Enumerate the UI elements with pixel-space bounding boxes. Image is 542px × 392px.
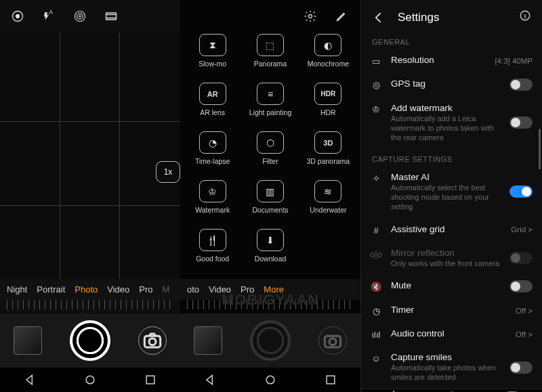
row-mute[interactable]: 🔇 Mute xyxy=(361,274,542,299)
mode-time-lapse[interactable]: ◔Time-lapse xyxy=(186,131,239,177)
row-add-watermark[interactable]: ♔ Add watermark Automatically add a Leic… xyxy=(361,97,542,148)
mode-label: Filter xyxy=(262,157,278,165)
nav-back-icon[interactable] xyxy=(203,373,217,387)
panorama-icon: ⬚ xyxy=(257,34,284,56)
color-mode-icon[interactable] xyxy=(73,9,87,23)
row-capture-smiles[interactable]: ☺ Capture smiles Automatically take phot… xyxy=(361,346,542,389)
mode-pro[interactable]: Pro xyxy=(241,284,254,295)
mode-label: Monochrome xyxy=(308,60,349,68)
back-arrow-icon[interactable] xyxy=(372,11,385,24)
mode-ruler xyxy=(187,300,354,309)
svg-point-7 xyxy=(149,339,156,345)
toggle-smiles[interactable] xyxy=(509,362,533,374)
svg-point-1 xyxy=(16,15,20,18)
mode-label: Light painting xyxy=(249,108,291,116)
mono-icon: ◐ xyxy=(314,34,341,56)
nav-back-icon[interactable] xyxy=(23,373,37,387)
row-desc: Automatically select the best shooting m… xyxy=(391,183,501,211)
viewfinder[interactable]: 1x xyxy=(0,32,180,279)
audio-icon: ılıl xyxy=(369,328,383,340)
mode-panorama[interactable]: ⬚Panorama xyxy=(243,34,297,80)
android-nav-bar xyxy=(0,368,180,392)
mode-video[interactable]: Video xyxy=(107,284,129,295)
row-master-ai[interactable]: ✧ Master AI Automatically select the bes… xyxy=(361,166,542,217)
mode-selector-mid[interactable]: oto Video Pro More xyxy=(180,279,360,300)
flash-icon[interactable]: A xyxy=(42,9,56,23)
mode-label: Time-lapse xyxy=(195,157,230,165)
mirror-icon: o|o xyxy=(369,248,383,259)
toggle-gps[interactable] xyxy=(509,79,533,91)
nav-home-icon[interactable] xyxy=(83,373,97,387)
row-assistive-grid[interactable]: # Assistive grid Grid > xyxy=(361,218,542,242)
edit-pencil-icon[interactable] xyxy=(335,9,348,23)
mode-label: Download xyxy=(255,255,287,263)
settings-panel: Settings GENERAL ▭ Resolution [4:3] 40MP… xyxy=(360,0,542,392)
mode-label: Documents xyxy=(252,206,288,214)
documents-icon: ▥ xyxy=(257,180,284,202)
mode-filter[interactable]: ⬡Filter xyxy=(243,131,297,177)
row-value: [4:3] 40MP xyxy=(495,57,533,65)
scrollbar-indicator[interactable] xyxy=(539,129,541,169)
row-mirror-reflection: o|o Mirror reflection Only works with th… xyxy=(361,242,542,275)
underwater-icon: ≋ xyxy=(314,180,341,202)
gallery-thumbnail[interactable] xyxy=(194,326,222,355)
toggle-mute[interactable] xyxy=(509,280,533,292)
section-capture: CAPTURE SETTINGS xyxy=(361,148,542,166)
switch-camera-button[interactable] xyxy=(138,326,167,355)
mode-underwater[interactable]: ≋Underwater xyxy=(301,180,355,226)
svg-rect-5 xyxy=(106,13,117,20)
zoom-level-button[interactable]: 1x xyxy=(156,161,180,183)
row-audio-control[interactable]: ılıl Audio control Off > xyxy=(361,322,542,346)
mode-night[interactable]: Night xyxy=(7,284,27,295)
mode-portrait[interactable]: Portrait xyxy=(37,284,65,295)
nav-recents-icon[interactable] xyxy=(505,389,519,392)
mode-download[interactable]: ⬇Download xyxy=(243,229,297,275)
mode-frag[interactable]: oto xyxy=(187,284,199,295)
settings-title: Settings xyxy=(398,11,439,24)
mode-slow-mo[interactable]: ⧗Slow-mo xyxy=(186,34,239,80)
mode-label: HDR xyxy=(320,108,336,116)
mode-watermark[interactable]: ♔Watermark xyxy=(186,180,239,226)
mode-good-food[interactable]: 🍴Good food xyxy=(186,229,239,275)
toggle-master-ai[interactable] xyxy=(509,186,533,198)
toggle-watermark[interactable] xyxy=(509,116,533,129)
nav-back-icon[interactable] xyxy=(385,389,398,392)
settings-gear-icon[interactable] xyxy=(304,9,317,23)
watermark-icon: ♔ xyxy=(369,103,383,114)
film-icon[interactable] xyxy=(104,9,118,23)
mode-documents[interactable]: ▥Documents xyxy=(243,180,297,226)
mode-light-painting[interactable]: ≡Light painting xyxy=(243,83,297,129)
svg-point-13 xyxy=(266,376,274,384)
row-title: Capture smiles xyxy=(391,352,501,362)
download-icon: ⬇ xyxy=(257,229,284,251)
row-timer[interactable]: ◷ Timer Off > xyxy=(361,299,542,322)
mode-ar-lens[interactable]: ARAR lens xyxy=(186,83,239,129)
metering-icon[interactable] xyxy=(11,9,24,23)
row-title: Resolution xyxy=(391,55,486,65)
mute-icon: 🔇 xyxy=(369,280,383,292)
mode-pro[interactable]: Pro xyxy=(139,284,152,295)
switch-camera-button[interactable] xyxy=(318,326,347,355)
row-gps-tag[interactable]: ◎ GPS tag xyxy=(361,72,542,97)
row-title: Mute xyxy=(391,280,501,290)
mode-video[interactable]: Video xyxy=(209,284,231,295)
nav-recents-icon[interactable] xyxy=(324,373,337,387)
svg-point-4 xyxy=(79,16,81,18)
resolution-icon: ▭ xyxy=(369,55,383,66)
nav-home-icon[interactable] xyxy=(445,389,459,392)
shutter-button[interactable] xyxy=(70,320,110,361)
row-title: Master AI xyxy=(391,172,501,182)
more-top-toolbar xyxy=(180,0,360,27)
mode-more[interactable]: More xyxy=(264,284,284,295)
row-title: GPS tag xyxy=(391,79,501,89)
nav-home-icon[interactable] xyxy=(264,373,277,387)
mode-selector-left[interactable]: Night Portrait Photo Video Pro M xyxy=(0,279,180,300)
mode-3d-panorama[interactable]: 3D3D panorama xyxy=(301,131,355,177)
mode-photo[interactable]: Photo xyxy=(75,284,98,295)
nav-recents-icon[interactable] xyxy=(144,373,157,387)
mode-hdr[interactable]: HDRHDR xyxy=(301,83,355,129)
svg-point-3 xyxy=(77,14,83,19)
gallery-thumbnail[interactable] xyxy=(14,326,42,355)
mode-monochrome[interactable]: ◐Monochrome xyxy=(301,34,355,80)
row-resolution[interactable]: ▭ Resolution [4:3] 40MP xyxy=(361,49,542,72)
